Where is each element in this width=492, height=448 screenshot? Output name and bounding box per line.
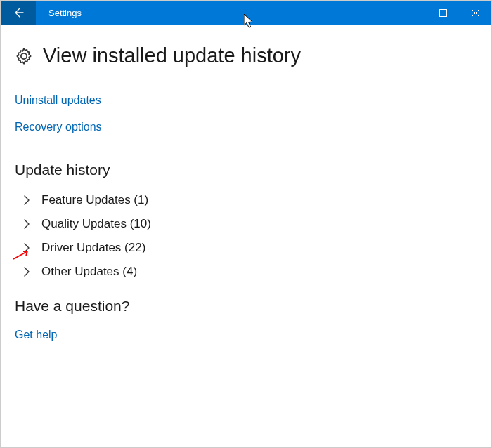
maximize-button[interactable] <box>427 1 459 25</box>
back-arrow-icon <box>13 7 24 18</box>
chevron-right-icon <box>22 243 32 253</box>
update-history-heading: Update history <box>15 162 477 178</box>
close-icon <box>472 9 479 17</box>
page-title: View installed update history <box>43 44 301 67</box>
titlebar: Settings <box>1 1 491 25</box>
minimize-icon <box>407 9 415 17</box>
uninstall-updates-link[interactable]: Uninstall updates <box>15 94 101 107</box>
category-other-updates[interactable]: Other Updates (4) <box>15 260 477 284</box>
category-label: Quality Updates (10) <box>41 217 151 231</box>
category-label: Feature Updates (1) <box>41 193 148 207</box>
have-question-heading: Have a question? <box>15 298 477 315</box>
gear-icon <box>15 47 33 65</box>
back-button[interactable] <box>1 1 36 25</box>
category-quality-updates[interactable]: Quality Updates (10) <box>15 212 477 236</box>
window-controls <box>394 1 491 25</box>
chevron-right-icon <box>22 219 32 229</box>
chevron-right-icon <box>22 267 32 277</box>
category-driver-updates[interactable]: Driver Updates (22) <box>15 236 477 260</box>
maximize-icon <box>439 9 447 17</box>
close-button[interactable] <box>459 1 491 25</box>
category-feature-updates[interactable]: Feature Updates (1) <box>15 188 477 212</box>
window-title: Settings <box>48 8 394 18</box>
category-label: Other Updates (4) <box>41 265 137 279</box>
minimize-button[interactable] <box>394 1 427 25</box>
recovery-options-link[interactable]: Recovery options <box>15 121 102 133</box>
chevron-right-icon <box>22 195 32 205</box>
page-header: View installed update history <box>15 44 477 67</box>
svg-rect-0 <box>439 9 446 16</box>
content-area: View installed update history Uninstall … <box>1 25 491 355</box>
category-label: Driver Updates (22) <box>41 241 145 255</box>
get-help-link[interactable]: Get help <box>15 329 57 341</box>
